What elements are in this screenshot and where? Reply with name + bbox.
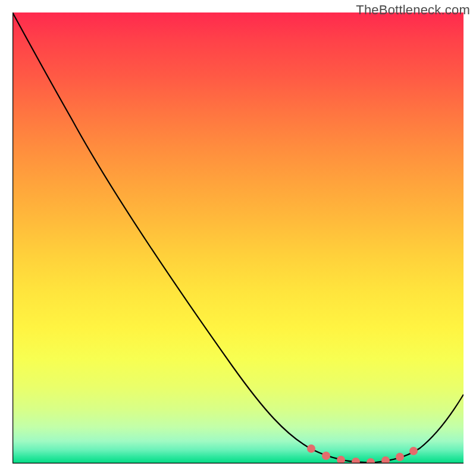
- svg-point-6: [396, 453, 404, 461]
- svg-point-7: [409, 447, 418, 455]
- main-curve: [12, 12, 464, 462]
- svg-point-4: [367, 458, 375, 464]
- svg-point-0: [307, 444, 315, 453]
- svg-point-2: [337, 456, 345, 464]
- svg-point-5: [381, 456, 390, 464]
- curve-svg: [12, 12, 464, 464]
- svg-point-1: [322, 452, 330, 460]
- watermark-text: TheBottleneck.com: [356, 2, 470, 18]
- valley-markers: [307, 444, 418, 464]
- svg-point-3: [352, 458, 360, 464]
- chart-container: TheBottleneck.com: [0, 0, 476, 476]
